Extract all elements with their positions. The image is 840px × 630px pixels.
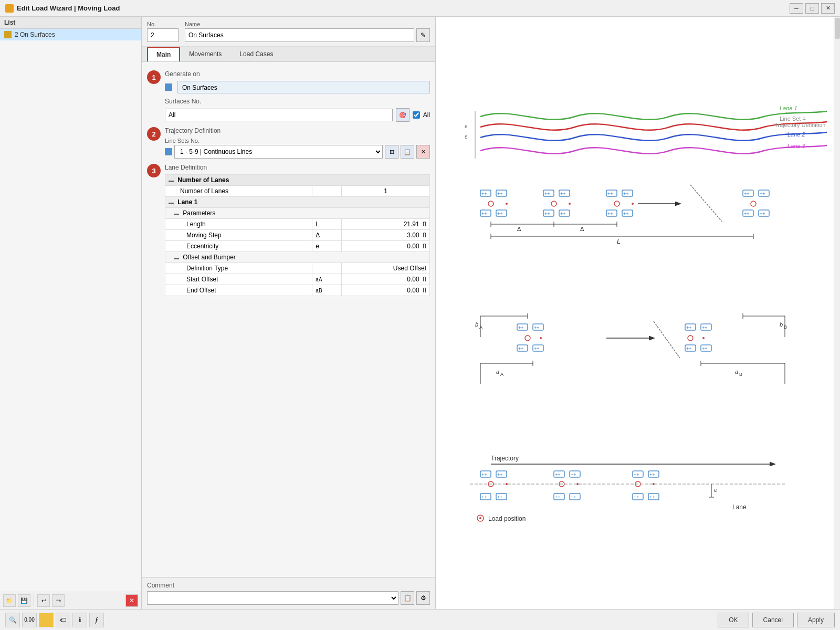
expand-icon-lane1[interactable]: ▬: [169, 200, 174, 205]
svg-text:e: e: [465, 134, 468, 140]
svg-point-25: [632, 203, 634, 205]
surfaces-input[interactable]: [165, 109, 393, 121]
svg-point-20: [488, 201, 494, 206]
name-input[interactable]: [185, 28, 414, 42]
svg-text:++: ++: [560, 191, 566, 196]
svg-text:e: e: [465, 123, 468, 129]
svg-text:++: ++: [607, 191, 613, 196]
trajectory-label: Trajectory: [491, 455, 519, 462]
redo-button[interactable]: ↪: [52, 594, 65, 607]
svg-text:++: ++: [686, 346, 692, 351]
list-item[interactable]: 2 On Surfaces: [0, 29, 141, 40]
end-offset-sym: aB: [312, 285, 342, 296]
length-label-cell: Length: [165, 219, 312, 230]
num-lanes-name-cell: Number of Lanes: [165, 186, 312, 197]
svg-text:++: ++: [544, 211, 550, 216]
maximize-button[interactable]: □: [805, 3, 819, 14]
save-button[interactable]: 💾: [18, 594, 30, 607]
generate-on-value: On Surfaces: [177, 81, 430, 93]
svg-text:A: A: [479, 324, 482, 330]
scrollbar[interactable]: [834, 17, 840, 609]
expand-icon-num-lanes[interactable]: ▬: [169, 177, 174, 183]
top-diagram: e e Lane 1 Line Set = Trajectory Definit…: [465, 105, 827, 159]
color-button[interactable]: [39, 613, 54, 627]
load-position-label: Load position: [488, 515, 526, 522]
line-sets-dropdown[interactable]: 1 - 5-9 | Continuous Lines: [174, 145, 383, 159]
svg-text:++: ++: [702, 325, 708, 330]
line-sets-edit-button[interactable]: 📋: [401, 145, 414, 159]
tab-main[interactable]: Main: [147, 47, 180, 61]
comment-input[interactable]: [147, 591, 398, 605]
params-row: ▬ Parameters: [165, 208, 430, 219]
eccentricity-sym: e: [312, 241, 342, 252]
lane-table: ▬ Number of Lanes Number of Lanes 1: [165, 174, 430, 296]
comment-section: Comment 📋 ⚙: [142, 577, 435, 609]
svg-text:++: ++: [544, 191, 550, 196]
expand-icon-params[interactable]: ▬: [174, 211, 179, 216]
close-button[interactable]: ✕: [821, 3, 835, 14]
def-type-row: Definition Type Used Offset: [165, 263, 430, 274]
comment-action-button[interactable]: ⚙: [416, 591, 430, 605]
undo-button[interactable]: ↩: [37, 594, 50, 607]
svg-text:B: B: [784, 324, 787, 330]
title-bar: Edit Load Wizard | Moving Load ─ □ ✕: [0, 0, 840, 17]
svg-point-23: [569, 203, 571, 205]
name-label: Name: [185, 21, 430, 27]
svg-text:++: ++: [649, 472, 655, 477]
surfaces-select-button[interactable]: 🎯: [396, 108, 410, 122]
svg-point-22: [551, 201, 556, 206]
svg-text:Lane 1: Lane 1: [780, 105, 797, 111]
num-lanes-label: Number of Lanes: [177, 176, 229, 184]
svg-text:++: ++: [571, 495, 576, 500]
no-input[interactable]: [147, 28, 178, 42]
folder-open-button[interactable]: 📁: [3, 594, 16, 607]
num-button[interactable]: 0.00: [22, 613, 37, 627]
comment-copy-button[interactable]: 📋: [401, 591, 414, 605]
search-button[interactable]: 🔍: [5, 613, 20, 627]
lane1-label: Lane 1: [177, 198, 197, 206]
eccentricity-value-cell: 0.00 ft: [342, 241, 430, 252]
middle-top-diagram: ++ ++ ++ ++ ++ ++: [480, 185, 769, 245]
moving-step-sym: Δ: [312, 230, 342, 241]
svg-text:++: ++: [634, 495, 639, 500]
name-edit-button[interactable]: ✎: [416, 28, 430, 42]
tab-load-cases[interactable]: Load Cases: [230, 47, 282, 61]
all-checkbox[interactable]: [413, 111, 420, 119]
ok-button[interactable]: OK: [718, 613, 749, 627]
center-content: 1 Generate on On Surfaces Surfaces No. 🎯: [142, 62, 435, 577]
svg-text:++: ++: [534, 346, 540, 351]
expand-icon-offset[interactable]: ▬: [174, 255, 179, 260]
delete-button[interactable]: ✕: [125, 594, 138, 607]
apply-button[interactable]: Apply: [797, 613, 835, 627]
svg-line-83: [654, 321, 680, 358]
line-sets-icon: [165, 148, 172, 155]
svg-text:Trajectory Definition: Trajectory Definition: [774, 122, 825, 128]
func-button[interactable]: ƒ: [89, 613, 104, 627]
svg-text:++: ++: [497, 211, 503, 216]
start-offset-value-cell: 0.00 ft: [342, 274, 430, 285]
step2-section: 2 Trajectory Definition Line Sets No. 1 …: [154, 127, 430, 159]
svg-point-80: [688, 335, 693, 341]
length-row: Length L 21.91 ft: [165, 219, 430, 230]
length-sym-cell: L: [312, 219, 342, 230]
svg-text:++: ++: [686, 325, 692, 330]
line-sets-add-button[interactable]: ⊞: [385, 145, 398, 159]
line-sets-delete-button[interactable]: ✕: [416, 145, 430, 159]
params-label: Parameters: [183, 209, 215, 217]
surfaces-no-label: Surfaces No.: [165, 98, 430, 105]
tab-movements[interactable]: Movements: [180, 47, 230, 61]
svg-text:++: ++: [534, 325, 540, 330]
end-offset-label: End Offset: [165, 285, 312, 296]
info-button[interactable]: ℹ: [72, 613, 87, 627]
tag-button[interactable]: 🏷: [56, 613, 70, 627]
eccentricity-label: Eccentricity: [165, 241, 312, 252]
svg-text:++: ++: [607, 211, 613, 216]
svg-text:b: b: [475, 321, 478, 328]
svg-text:++: ++: [623, 211, 629, 216]
svg-text:Line Set =: Line Set =: [780, 116, 806, 122]
moving-step-value-cell: 3.00 ft: [342, 230, 430, 241]
svg-text:L: L: [617, 237, 621, 245]
step3-badge: 3: [147, 164, 161, 177]
minimize-button[interactable]: ─: [790, 3, 803, 14]
cancel-button[interactable]: Cancel: [752, 613, 794, 627]
